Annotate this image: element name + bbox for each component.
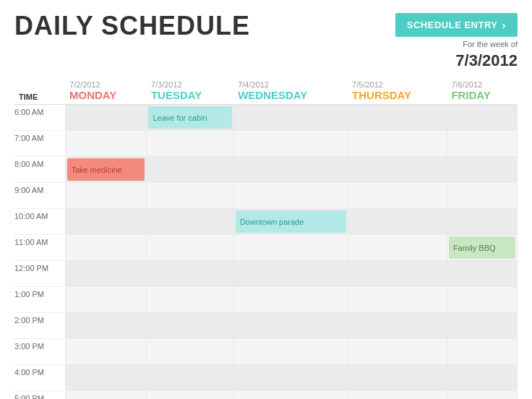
tuesday-header: 7/3/2012 TUESDAY <box>147 77 233 105</box>
cell-monday-3-00-pm[interactable] <box>65 339 147 365</box>
cell-thursday-8-00-am[interactable] <box>348 157 447 183</box>
cell-friday-8-00-am[interactable] <box>447 157 517 183</box>
cell-thursday-12-00-pm[interactable] <box>348 261 447 287</box>
cell-wednesday-1-00-pm[interactable] <box>233 287 348 313</box>
time-column-header: TIME <box>14 77 65 105</box>
cell-wednesday-11-00-am[interactable] <box>233 235 348 261</box>
cell-friday-12-00-pm[interactable] <box>447 261 517 287</box>
cell-thursday-3-00-pm[interactable] <box>348 339 447 365</box>
table-row: 4:00 PM <box>14 365 518 391</box>
thursday-label: THURSDAY <box>352 89 442 101</box>
page-header: DAILY SCHEDULE SCHEDULE ENTRY › For the … <box>0 0 532 77</box>
cell-wednesday-8-00-am[interactable] <box>233 157 348 183</box>
cell-tuesday-11-00-am[interactable] <box>147 235 233 261</box>
header-right: SCHEDULE ENTRY › For the week of 7/3/201… <box>395 13 518 70</box>
cell-thursday-7-00-am[interactable] <box>348 131 447 157</box>
cell-tuesday-3-00-pm[interactable] <box>147 339 233 365</box>
event-block[interactable]: Family BBQ <box>449 236 515 259</box>
cell-wednesday-12-00-pm[interactable] <box>233 261 348 287</box>
cell-monday-9-00-am[interactable] <box>65 183 147 209</box>
table-row: 5:00 PM <box>14 391 518 400</box>
table-row: 8:00 AMTake medicine <box>14 157 518 183</box>
cell-tuesday-7-00-am[interactable] <box>147 131 233 157</box>
cell-tuesday-2-00-pm[interactable] <box>147 313 233 339</box>
cell-tuesday-1-00-pm[interactable] <box>147 287 233 313</box>
cell-wednesday-9-00-am[interactable] <box>233 183 348 209</box>
cell-tuesday-12-00-pm[interactable] <box>147 261 233 287</box>
schedule-entry-button[interactable]: SCHEDULE ENTRY › <box>395 13 518 37</box>
tuesday-date: 7/3/2012 <box>151 80 229 89</box>
time-cell: 11:00 AM <box>14 235 65 261</box>
wednesday-header: 7/4/2012 WEDNESDAY <box>233 77 348 105</box>
cell-thursday-1-00-pm[interactable] <box>348 287 447 313</box>
tuesday-label: TUESDAY <box>151 89 229 101</box>
cell-tuesday-9-00-am[interactable] <box>147 183 233 209</box>
cell-monday-8-00-am[interactable]: Take medicine <box>65 157 147 183</box>
cell-monday-11-00-am[interactable] <box>65 235 147 261</box>
thursday-date: 7/5/2012 <box>352 80 442 89</box>
week-date: 7/3/2012 <box>455 51 518 70</box>
cell-friday-4-00-pm[interactable] <box>447 365 517 391</box>
cell-thursday-5-00-pm[interactable] <box>348 391 447 400</box>
cell-friday-9-00-am[interactable] <box>447 183 517 209</box>
week-label: For the week of <box>463 40 518 48</box>
time-cell: 2:00 PM <box>14 313 65 339</box>
cell-monday-12-00-pm[interactable] <box>65 261 147 287</box>
cell-friday-3-00-pm[interactable] <box>447 339 517 365</box>
column-headers: TIME 7/2/2012 MONDAY 7/3/2012 TUESDAY 7/… <box>14 77 518 105</box>
cell-monday-7-00-am[interactable] <box>65 131 147 157</box>
cell-tuesday-8-00-am[interactable] <box>147 157 233 183</box>
cell-thursday-9-00-am[interactable] <box>348 183 447 209</box>
cell-wednesday-7-00-am[interactable] <box>233 131 348 157</box>
table-row: 1:00 PM <box>14 287 518 313</box>
table-row: 2:00 PM <box>14 313 518 339</box>
event-block[interactable]: Downtown parade <box>236 210 346 233</box>
cell-thursday-4-00-pm[interactable] <box>348 365 447 391</box>
table-row: 11:00 AMFamily BBQ <box>14 235 518 261</box>
cell-friday-2-00-pm[interactable] <box>447 313 517 339</box>
cell-friday-10-00-am[interactable] <box>447 209 517 235</box>
time-label: TIME <box>19 93 38 101</box>
event-block[interactable]: Take medicine <box>67 158 145 181</box>
time-cell: 6:00 AM <box>14 105 65 131</box>
cell-wednesday-10-00-am[interactable]: Downtown parade <box>233 209 348 235</box>
cell-monday-5-00-pm[interactable] <box>65 391 147 400</box>
cell-tuesday-10-00-am[interactable] <box>147 209 233 235</box>
cell-thursday-10-00-am[interactable] <box>348 209 447 235</box>
cell-friday-11-00-am[interactable]: Family BBQ <box>447 235 517 261</box>
table-row: 7:00 AM <box>14 131 518 157</box>
cell-friday-6-00-am[interactable] <box>447 105 517 131</box>
cell-friday-7-00-am[interactable] <box>447 131 517 157</box>
time-cell: 1:00 PM <box>14 287 65 313</box>
friday-date: 7/6/2012 <box>451 80 512 89</box>
wednesday-date: 7/4/2012 <box>238 80 343 89</box>
cell-monday-4-00-pm[interactable] <box>65 365 147 391</box>
cell-monday-10-00-am[interactable] <box>65 209 147 235</box>
chevron-icon: › <box>502 19 507 31</box>
cell-thursday-11-00-am[interactable] <box>348 235 447 261</box>
cell-tuesday-6-00-am[interactable]: Leave for cabin <box>147 105 233 131</box>
monday-header: 7/2/2012 MONDAY <box>65 77 147 105</box>
schedule-table: TIME 7/2/2012 MONDAY 7/3/2012 TUESDAY 7/… <box>14 77 518 399</box>
cell-thursday-2-00-pm[interactable] <box>348 313 447 339</box>
event-block[interactable]: Leave for cabin <box>148 106 231 129</box>
time-cell: 4:00 PM <box>14 365 65 391</box>
cell-wednesday-5-00-pm[interactable] <box>233 391 348 400</box>
cell-wednesday-3-00-pm[interactable] <box>233 339 348 365</box>
time-cell: 5:00 PM <box>14 391 65 400</box>
cell-thursday-6-00-am[interactable] <box>348 105 447 131</box>
cell-friday-1-00-pm[interactable] <box>447 287 517 313</box>
table-row: 9:00 AM <box>14 183 518 209</box>
cell-monday-2-00-pm[interactable] <box>65 313 147 339</box>
cell-wednesday-6-00-am[interactable] <box>233 105 348 131</box>
cell-tuesday-5-00-pm[interactable] <box>147 391 233 400</box>
time-cell: 3:00 PM <box>14 339 65 365</box>
cell-tuesday-4-00-pm[interactable] <box>147 365 233 391</box>
table-row: 10:00 AMDowntown parade <box>14 209 518 235</box>
cell-monday-1-00-pm[interactable] <box>65 287 147 313</box>
cell-wednesday-4-00-pm[interactable] <box>233 365 348 391</box>
page-title: DAILY SCHEDULE <box>14 13 250 39</box>
cell-wednesday-2-00-pm[interactable] <box>233 313 348 339</box>
cell-friday-5-00-pm[interactable] <box>447 391 517 400</box>
cell-monday-6-00-am[interactable] <box>65 105 147 131</box>
